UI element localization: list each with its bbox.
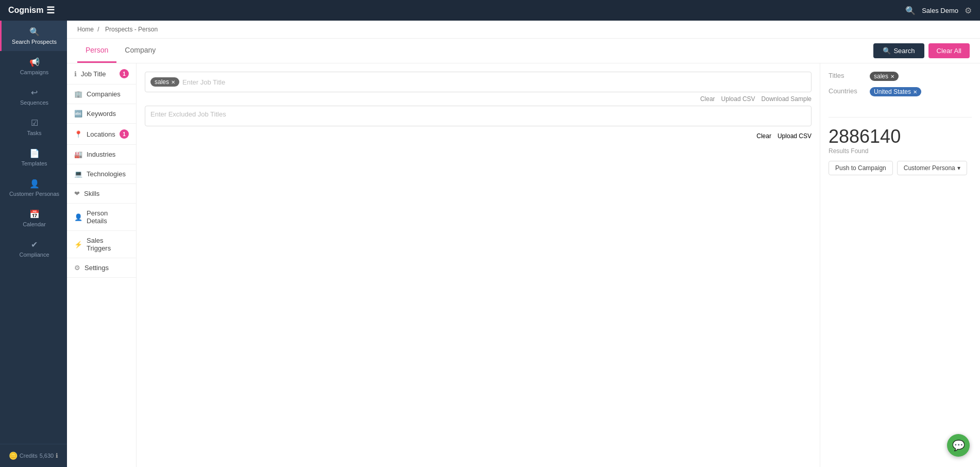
sidebar-label-customer-personas: Customer Personas bbox=[9, 191, 59, 197]
tab-company[interactable]: Company bbox=[116, 39, 164, 63]
chat-icon: 💬 bbox=[952, 439, 965, 452]
results-number: 2886140 bbox=[829, 126, 901, 147]
templates-icon: 📄 bbox=[29, 148, 40, 158]
tag-text: sales bbox=[155, 78, 169, 86]
sidebar-item-search-prospects[interactable]: 🔍 Search Prospects bbox=[0, 21, 67, 51]
summary-sales-tag: sales ✕ bbox=[870, 72, 899, 81]
locations-icon: 📍 bbox=[74, 130, 82, 138]
filter-item-sales-triggers[interactable]: ⚡ Sales Triggers bbox=[67, 231, 136, 258]
summary-titles-label: Titles bbox=[829, 72, 870, 81]
excluded-job-titles-box[interactable]: Enter Excluded Job Titles bbox=[145, 106, 812, 126]
menu-icon[interactable]: ☰ bbox=[46, 5, 55, 16]
filter-label-companies: Companies bbox=[87, 90, 121, 98]
results-actions: Push to Campaign Customer Persona ▾ bbox=[829, 161, 967, 175]
user-name: Sales Demo bbox=[922, 7, 958, 14]
download-sample-link[interactable]: Download Sample bbox=[762, 95, 812, 103]
sidebar-label-sequences: Sequences bbox=[20, 99, 48, 106]
sidebar-item-sequences[interactable]: ↩ Sequences bbox=[0, 81, 67, 112]
filter-label-sales-triggers: Sales Triggers bbox=[87, 237, 129, 252]
brand-logo[interactable]: Cognism ☰ bbox=[8, 5, 55, 16]
compliance-icon: ✔ bbox=[31, 240, 38, 249]
top-navigation: Cognism ☰ 🔍 Sales Demo ⚙ bbox=[0, 0, 980, 21]
results-count-section: 2886140 Results Found Push to Campaign C… bbox=[829, 117, 972, 175]
credits-section: 🪙 Credits 5,630 ℹ bbox=[0, 444, 67, 467]
results-label: Results Found bbox=[829, 147, 868, 155]
sidebar-item-templates[interactable]: 📄 Templates bbox=[0, 142, 67, 173]
sidebar-item-campaigns[interactable]: 📢 Campaigns bbox=[0, 51, 67, 81]
search-prospects-icon: 🔍 bbox=[29, 27, 40, 37]
sequences-icon: ↩ bbox=[31, 88, 38, 97]
breadcrumb-current: Prospects - Person bbox=[105, 26, 158, 33]
brand-section: Cognism ☰ bbox=[8, 5, 55, 16]
filter-item-skills[interactable]: ❤ Skills bbox=[67, 184, 136, 204]
clear-link[interactable]: Clear bbox=[700, 95, 715, 103]
credits-info-icon[interactable]: ℹ bbox=[56, 452, 58, 459]
filter-item-person-details[interactable]: 👤 Person Details bbox=[67, 204, 136, 231]
summary-tag-text: sales bbox=[874, 73, 888, 80]
sidebar-item-compliance[interactable]: ✔ Compliance bbox=[0, 233, 67, 264]
skills-icon: ❤ bbox=[74, 190, 80, 197]
customer-personas-icon: 👤 bbox=[29, 179, 40, 189]
content-area: ℹ Job Title 1 🏢 Companies 🔤 Keywords bbox=[67, 63, 980, 467]
excluded-upload-csv-link[interactable]: Upload CSV bbox=[778, 132, 812, 140]
search-button-label: Search bbox=[893, 47, 915, 55]
tag-close-icon[interactable]: ✕ bbox=[171, 79, 175, 85]
job-title-badge: 1 bbox=[120, 69, 129, 78]
companies-icon: 🏢 bbox=[74, 90, 82, 98]
excluded-actions: Clear Upload CSV bbox=[145, 129, 812, 143]
person-details-icon: 👤 bbox=[74, 213, 82, 221]
filter-item-industries[interactable]: 🏭 Industries bbox=[67, 145, 136, 164]
main-content: Home / Prospects - Person Person Company… bbox=[67, 21, 980, 467]
summary-titles-row: Titles sales ✕ bbox=[829, 72, 972, 81]
breadcrumb-sep1: / bbox=[97, 26, 99, 33]
summary-country-close[interactable]: ✕ bbox=[913, 89, 917, 95]
clear-all-button[interactable]: Clear All bbox=[928, 43, 970, 58]
chevron-down-icon: ▾ bbox=[957, 164, 960, 172]
filter-label-industries: Industries bbox=[87, 151, 115, 158]
upload-csv-link[interactable]: Upload CSV bbox=[721, 95, 755, 103]
job-title-placeholder[interactable]: Enter Job Title bbox=[182, 78, 225, 86]
tab-person[interactable]: Person bbox=[77, 39, 116, 63]
search-button[interactable]: 🔍 Search bbox=[873, 43, 924, 58]
cognism-logo-text: Cognism bbox=[8, 6, 43, 15]
summary-us-tag: United States ✕ bbox=[870, 87, 921, 96]
filter-label-settings: Settings bbox=[85, 264, 109, 272]
job-title-input-box[interactable]: sales ✕ Enter Job Title bbox=[145, 72, 812, 92]
filter-item-technologies[interactable]: 💻 Technologies bbox=[67, 164, 136, 184]
sales-tag: sales ✕ bbox=[150, 77, 179, 87]
sidebar: 🔍 Search Prospects 📢 Campaigns ↩ Sequenc… bbox=[0, 21, 67, 467]
global-search-icon[interactable]: 🔍 bbox=[905, 6, 916, 15]
filter-item-keywords[interactable]: 🔤 Keywords bbox=[67, 104, 136, 124]
filter-label-job-title: Job Title bbox=[81, 70, 106, 78]
sidebar-item-customer-personas[interactable]: 👤 Customer Personas bbox=[0, 173, 67, 203]
filter-item-job-title[interactable]: ℹ Job Title 1 bbox=[67, 63, 136, 85]
filter-item-companies[interactable]: 🏢 Companies bbox=[67, 85, 136, 104]
summary-panel: Titles sales ✕ Countries United States ✕ bbox=[820, 63, 980, 467]
breadcrumb-home[interactable]: Home bbox=[77, 26, 94, 33]
settings-icon[interactable]: ⚙ bbox=[965, 6, 972, 15]
filter-label-keywords: Keywords bbox=[87, 110, 116, 118]
tab-bar: Person Company 🔍 Search Clear All bbox=[67, 39, 980, 63]
summary-titles-tags: sales ✕ bbox=[870, 72, 899, 81]
filter-item-settings[interactable]: ⚙ Settings bbox=[67, 258, 136, 278]
keywords-icon: 🔤 bbox=[74, 110, 82, 118]
locations-badge: 1 bbox=[120, 129, 129, 139]
sales-triggers-icon: ⚡ bbox=[74, 241, 82, 248]
sidebar-item-calendar[interactable]: 📅 Calendar bbox=[0, 203, 67, 233]
credits-value: 5,630 bbox=[40, 453, 54, 459]
filter-item-locations[interactable]: 📍 Locations 1 bbox=[67, 124, 136, 145]
sidebar-label-templates: Templates bbox=[21, 160, 47, 166]
sidebar-label-compliance: Compliance bbox=[19, 252, 49, 258]
push-to-campaign-button[interactable]: Push to Campaign bbox=[829, 161, 893, 175]
chat-button[interactable]: 💬 bbox=[947, 434, 970, 457]
customer-persona-label: Customer Persona bbox=[904, 164, 955, 172]
sidebar-label-campaigns: Campaigns bbox=[20, 69, 49, 75]
technologies-icon: 💻 bbox=[74, 170, 82, 178]
customer-persona-button[interactable]: Customer Persona ▾ bbox=[897, 161, 967, 175]
breadcrumb: Home / Prospects - Person bbox=[67, 21, 980, 39]
summary-tag-close[interactable]: ✕ bbox=[890, 74, 894, 79]
sidebar-item-tasks[interactable]: ☑ Tasks bbox=[0, 112, 67, 142]
filter-label-person-details: Person Details bbox=[87, 209, 129, 225]
excluded-clear-link[interactable]: Clear bbox=[756, 132, 771, 140]
summary-country-text: United States bbox=[874, 88, 911, 95]
